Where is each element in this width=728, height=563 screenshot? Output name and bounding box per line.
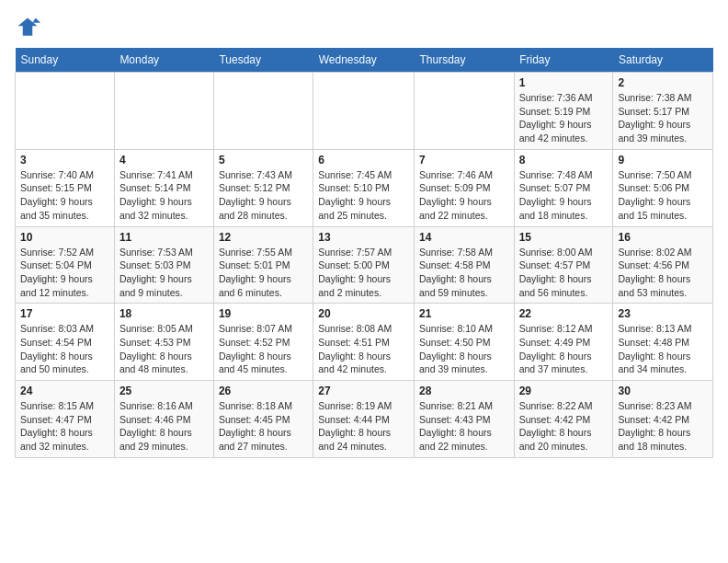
day-number: 22 <box>519 307 609 320</box>
weekday-header-saturday: Saturday <box>613 48 713 73</box>
day-info: Sunrise: 8:21 AMSunset: 4:43 PMDaylight:… <box>419 399 509 454</box>
day-number: 5 <box>219 154 308 167</box>
logo-icon <box>15 15 40 40</box>
day-number: 6 <box>318 154 409 167</box>
day-number: 2 <box>618 76 708 89</box>
day-info: Sunrise: 8:16 AMSunset: 4:46 PMDaylight:… <box>119 399 209 454</box>
day-number: 1 <box>519 76 609 89</box>
day-number: 21 <box>419 307 509 320</box>
day-info: Sunrise: 8:23 AMSunset: 4:42 PMDaylight:… <box>618 399 708 454</box>
calendar-cell: 27Sunrise: 8:19 AMSunset: 4:44 PMDayligh… <box>313 381 415 458</box>
day-info: Sunrise: 7:40 AMSunset: 5:15 PMDaylight:… <box>20 168 109 223</box>
day-info: Sunrise: 7:58 AMSunset: 4:58 PMDaylight:… <box>419 246 509 300</box>
day-info: Sunrise: 7:57 AMSunset: 5:00 PMDaylight:… <box>318 246 409 300</box>
calendar-cell: 30Sunrise: 8:23 AMSunset: 4:42 PMDayligh… <box>613 381 713 458</box>
calendar-cell: 26Sunrise: 8:18 AMSunset: 4:45 PMDayligh… <box>213 381 313 458</box>
svg-marker-1 <box>32 18 40 23</box>
day-info: Sunrise: 7:38 AMSunset: 5:17 PMDaylight:… <box>618 91 708 145</box>
day-info: Sunrise: 7:48 AMSunset: 5:07 PMDaylight:… <box>519 168 609 223</box>
calendar-cell: 29Sunrise: 8:22 AMSunset: 4:42 PMDayligh… <box>514 381 613 458</box>
day-number: 9 <box>618 154 708 167</box>
calendar-cell <box>16 73 115 150</box>
day-number: 19 <box>219 307 308 320</box>
day-number: 18 <box>119 307 209 320</box>
calendar-cell: 4Sunrise: 7:41 AMSunset: 5:14 PMDaylight… <box>114 149 213 226</box>
day-number: 15 <box>519 231 609 244</box>
calendar-cell <box>414 73 514 150</box>
weekday-header-sunday: Sunday <box>16 48 115 73</box>
calendar-cell: 10Sunrise: 7:52 AMSunset: 5:04 PMDayligh… <box>16 226 115 304</box>
day-info: Sunrise: 8:13 AMSunset: 4:48 PMDaylight:… <box>618 322 708 376</box>
day-number: 28 <box>419 385 509 397</box>
day-number: 7 <box>419 154 509 167</box>
week-row-4: 17Sunrise: 8:03 AMSunset: 4:54 PMDayligh… <box>16 304 713 381</box>
calendar-cell: 9Sunrise: 7:50 AMSunset: 5:06 PMDaylight… <box>613 149 713 226</box>
day-info: Sunrise: 8:03 AMSunset: 4:54 PMDaylight:… <box>20 322 109 376</box>
day-number: 10 <box>20 231 109 244</box>
calendar-cell: 2Sunrise: 7:38 AMSunset: 5:17 PMDaylight… <box>613 73 713 150</box>
day-info: Sunrise: 7:52 AMSunset: 5:04 PMDaylight:… <box>20 246 109 300</box>
calendar-cell: 18Sunrise: 8:05 AMSunset: 4:53 PMDayligh… <box>114 304 213 381</box>
week-row-1: 1Sunrise: 7:36 AMSunset: 5:19 PMDaylight… <box>16 73 713 150</box>
weekday-header-monday: Monday <box>114 48 213 73</box>
calendar-cell: 20Sunrise: 8:08 AMSunset: 4:51 PMDayligh… <box>313 304 415 381</box>
calendar-cell: 21Sunrise: 8:10 AMSunset: 4:50 PMDayligh… <box>414 304 514 381</box>
calendar-cell: 17Sunrise: 8:03 AMSunset: 4:54 PMDayligh… <box>16 304 115 381</box>
day-info: Sunrise: 8:12 AMSunset: 4:49 PMDaylight:… <box>519 322 609 376</box>
day-info: Sunrise: 8:22 AMSunset: 4:42 PMDaylight:… <box>519 399 609 454</box>
day-info: Sunrise: 8:18 AMSunset: 4:45 PMDaylight:… <box>219 399 308 454</box>
day-info: Sunrise: 8:07 AMSunset: 4:52 PMDaylight:… <box>219 322 308 376</box>
calendar-cell: 6Sunrise: 7:45 AMSunset: 5:10 PMDaylight… <box>313 149 415 226</box>
calendar-cell: 23Sunrise: 8:13 AMSunset: 4:48 PMDayligh… <box>613 304 713 381</box>
day-info: Sunrise: 7:55 AMSunset: 5:01 PMDaylight:… <box>219 246 308 300</box>
day-number: 29 <box>519 385 609 397</box>
day-info: Sunrise: 8:05 AMSunset: 4:53 PMDaylight:… <box>119 322 209 376</box>
weekday-header-thursday: Thursday <box>414 48 514 73</box>
calendar-cell: 24Sunrise: 8:15 AMSunset: 4:47 PMDayligh… <box>16 381 115 458</box>
weekday-header-friday: Friday <box>514 48 613 73</box>
day-info: Sunrise: 8:15 AMSunset: 4:47 PMDaylight:… <box>20 399 109 454</box>
page: SundayMondayTuesdayWednesdayThursdayFrid… <box>0 0 728 469</box>
day-info: Sunrise: 8:10 AMSunset: 4:50 PMDaylight:… <box>419 322 509 376</box>
day-info: Sunrise: 7:43 AMSunset: 5:12 PMDaylight:… <box>219 168 308 223</box>
calendar-cell: 28Sunrise: 8:21 AMSunset: 4:43 PMDayligh… <box>414 381 514 458</box>
week-row-5: 24Sunrise: 8:15 AMSunset: 4:47 PMDayligh… <box>16 381 713 458</box>
day-number: 16 <box>618 231 708 244</box>
day-number: 26 <box>219 385 308 397</box>
calendar-cell: 19Sunrise: 8:07 AMSunset: 4:52 PMDayligh… <box>213 304 313 381</box>
calendar-cell: 15Sunrise: 8:00 AMSunset: 4:57 PMDayligh… <box>514 226 613 304</box>
calendar-cell <box>313 73 415 150</box>
day-info: Sunrise: 8:19 AMSunset: 4:44 PMDaylight:… <box>318 399 409 454</box>
calendar-cell: 25Sunrise: 8:16 AMSunset: 4:46 PMDayligh… <box>114 381 213 458</box>
day-info: Sunrise: 7:45 AMSunset: 5:10 PMDaylight:… <box>318 168 409 223</box>
day-number: 17 <box>20 307 109 320</box>
day-number: 27 <box>318 385 409 397</box>
day-info: Sunrise: 7:53 AMSunset: 5:03 PMDaylight:… <box>119 246 209 300</box>
weekday-header-tuesday: Tuesday <box>213 48 313 73</box>
weekday-header-row: SundayMondayTuesdayWednesdayThursdayFrid… <box>16 48 713 73</box>
calendar-cell: 12Sunrise: 7:55 AMSunset: 5:01 PMDayligh… <box>213 226 313 304</box>
calendar-cell: 5Sunrise: 7:43 AMSunset: 5:12 PMDaylight… <box>213 149 313 226</box>
calendar-table: SundayMondayTuesdayWednesdayThursdayFrid… <box>15 48 713 458</box>
day-number: 23 <box>618 307 708 320</box>
calendar-cell: 22Sunrise: 8:12 AMSunset: 4:49 PMDayligh… <box>514 304 613 381</box>
logo <box>15 15 42 40</box>
day-number: 4 <box>119 154 209 167</box>
calendar-cell: 11Sunrise: 7:53 AMSunset: 5:03 PMDayligh… <box>114 226 213 304</box>
day-number: 20 <box>318 307 409 320</box>
day-number: 11 <box>119 231 209 244</box>
week-row-2: 3Sunrise: 7:40 AMSunset: 5:15 PMDaylight… <box>16 149 713 226</box>
day-info: Sunrise: 7:36 AMSunset: 5:19 PMDaylight:… <box>519 91 609 145</box>
day-number: 14 <box>419 231 509 244</box>
day-number: 25 <box>119 385 209 397</box>
week-row-3: 10Sunrise: 7:52 AMSunset: 5:04 PMDayligh… <box>16 226 713 304</box>
calendar-cell: 13Sunrise: 7:57 AMSunset: 5:00 PMDayligh… <box>313 226 415 304</box>
calendar-cell: 16Sunrise: 8:02 AMSunset: 4:56 PMDayligh… <box>613 226 713 304</box>
calendar-cell: 7Sunrise: 7:46 AMSunset: 5:09 PMDaylight… <box>414 149 514 226</box>
day-number: 24 <box>20 385 109 397</box>
calendar-cell <box>114 73 213 150</box>
day-number: 8 <box>519 154 609 167</box>
calendar-cell: 14Sunrise: 7:58 AMSunset: 4:58 PMDayligh… <box>414 226 514 304</box>
day-number: 3 <box>20 154 109 167</box>
day-info: Sunrise: 7:50 AMSunset: 5:06 PMDaylight:… <box>618 168 708 223</box>
